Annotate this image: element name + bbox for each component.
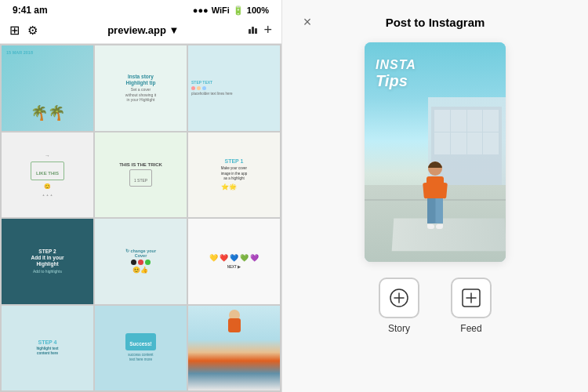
nav-left: ⊞ ⚙	[9, 23, 38, 38]
nav-right: +	[249, 22, 272, 38]
preview-image: INSTA Tips	[365, 42, 506, 262]
grid-cell-9[interactable]: 💛 ❤️ 💙 💚 💜 NEXT ▶	[188, 219, 280, 304]
wifi-icon: WiFi	[212, 5, 230, 15]
status-time: 9:41 am	[13, 5, 48, 16]
grid-cell-3[interactable]: STEP TEXT placeholder text lines here	[188, 45, 280, 131]
add-icon[interactable]: +	[263, 22, 272, 38]
feed-icon-box[interactable]	[451, 278, 492, 318]
nav-bar: ⊞ ⚙ preview.app ▼ +	[0, 19, 281, 44]
close-button[interactable]: ×	[298, 13, 317, 31]
grid-cell-11[interactable]: Success! success contenttext here more	[95, 306, 187, 391]
battery-icon: 🔋	[233, 5, 244, 16]
story-plus-circle-icon	[388, 287, 410, 309]
feed-label: Feed	[460, 323, 481, 334]
status-icons: ●●● WiFi 🔋 100%	[193, 5, 269, 16]
gear-icon[interactable]: ⚙	[27, 24, 38, 38]
signal-icon: ●●●	[193, 5, 209, 15]
battery-label: 100%	[247, 5, 269, 15]
post-panel: × Post to Instagram	[282, 0, 588, 392]
chart-icon[interactable]	[249, 27, 257, 34]
grid-cell-1[interactable]: 15 MAR 2018 🌴🌴	[2, 45, 93, 131]
story-label: Story	[388, 323, 410, 334]
story-icon-box[interactable]	[379, 278, 419, 318]
post-title: Post to Instagram	[325, 16, 546, 29]
grid-cell-2[interactable]: Insta storyHighlight tip Set a coverwith…	[95, 45, 187, 131]
post-options-row: Story Feed	[298, 278, 572, 334]
grid-cell-8[interactable]: ↻ change yourCover 😊👍	[95, 219, 187, 304]
grid-cell-4[interactable]: → LIKE THIS 😊 ▲ ▲ ▲	[2, 132, 93, 218]
preview-overlay-text: INSTA Tips	[376, 58, 416, 90]
calendar-icon[interactable]: ⊞	[9, 23, 20, 38]
phone-panel: 9:41 am ●●● WiFi 🔋 100% ⊞ ⚙ preview.app …	[0, 0, 282, 392]
grid-cell-5[interactable]: THIS IS THE TRICK 1 STEP	[95, 132, 187, 218]
nav-title: preview.app ▼	[38, 24, 249, 36]
status-bar: 9:41 am ●●● WiFi 🔋 100%	[0, 0, 281, 19]
grid-cell-6[interactable]: STEP 1 Make your coverimage in the appas…	[188, 132, 280, 218]
feed-plus-square-icon	[460, 287, 482, 309]
feed-option[interactable]: Feed	[451, 278, 492, 334]
story-option[interactable]: Story	[379, 278, 419, 334]
grid-cell-10[interactable]: STEP 4 highlight textcontent here	[2, 306, 93, 391]
grid-cell-12[interactable]	[188, 306, 280, 391]
photo-grid: 15 MAR 2018 🌴🌴 Insta storyHighlight tip …	[0, 44, 281, 392]
grid-cell-7[interactable]: STEP 2Add it in yourHighlight Add to hig…	[2, 219, 93, 304]
post-header: × Post to Instagram	[298, 13, 572, 31]
